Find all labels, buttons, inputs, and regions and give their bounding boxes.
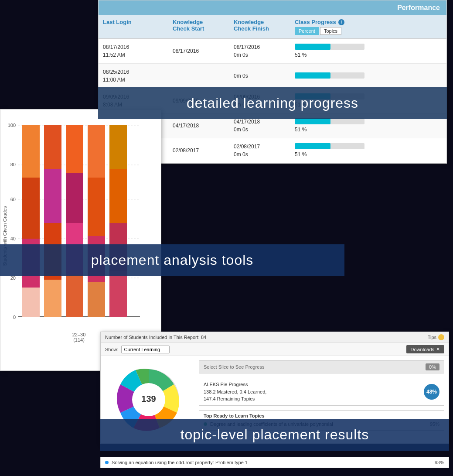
card3-bottom-row: Solving an equation using the odd-root p… [100,457,449,468]
card1-col-headers: Last Login KnowledgeCheck Start Knowledg… [99,15,446,39]
aleks-text: ALEKS Pie Progress 138.2 Mastered, 0.4 L… [204,381,266,403]
svg-text:40: 40 [10,236,16,241]
cell-check-finish: 0m 0s [234,72,295,80]
cell-check-start: 02/08/2017 [173,147,234,154]
tips-button[interactable]: Tips [428,334,444,340]
svg-text:(114): (114) [73,337,85,342]
info-icon[interactable]: i [338,19,344,25]
aleks-pct-badge: 48% [424,384,439,400]
downloads-button[interactable]: Downloads ✕ [406,345,444,353]
list-item: Solving an equation using the odd-root p… [105,459,444,466]
tips-text: Tips [428,335,436,340]
banner2-text: placement analysis tools [91,252,254,268]
bulb-icon [438,334,444,340]
cell-login: 08/17/201611:52 AM [103,43,173,59]
svg-rect-15 [22,125,40,178]
banner-topic-placement: topic-level placement results [100,419,449,451]
aleks-title: ALEKS Pie Progress [204,381,266,388]
show-label: Show: [105,347,119,352]
cell-progress: 51 % [295,143,442,158]
toggle-topics-button[interactable]: Topics [320,27,341,35]
svg-rect-19 [44,125,61,169]
banner1-text: detailed learning progress [187,95,358,111]
cell-login: 08/25/201611:00 AM [103,68,173,84]
svg-rect-27 [88,125,105,178]
cell-progress: 51 % [295,118,442,134]
student-count-label: Number of Students Included in This Repo… [105,335,206,340]
cell-check-start: 04/17/2018 [173,122,234,130]
banner-placement-analysis: placement analysis tools [0,244,344,276]
cell-check-finish: 02/08/20170m 0s [234,143,295,158]
svg-rect-23 [66,125,83,173]
svg-text:22–30: 22–30 [72,332,86,337]
cell-progress [295,72,442,80]
svg-rect-24 [88,282,105,317]
aleks-mastered: 138.2 Mastered, 0.4 Learned, [204,388,266,396]
svg-text:0: 0 [13,315,16,320]
cell-check-start: 08/17/2016 [173,47,234,55]
topic-dot-2 [105,461,109,464]
show-select[interactable]: Current Learning [121,346,170,353]
svg-rect-14 [22,178,40,239]
card3-top-bar: Number of Students Included in This Repo… [101,332,449,343]
table-row: 08/17/201611:52 AM 08/17/2016 08/17/2016… [99,39,446,64]
svg-rect-18 [44,169,61,223]
col-header-check-start: KnowledgeCheck Start [173,19,234,35]
card1-header: Performance [99,0,446,15]
col-header-class-progress: Class Progress i Percent Topics [295,19,442,35]
toggle-percent-button[interactable]: Percent [295,27,319,35]
aleks-remaining: 147.4 Remaining Topics [204,395,266,403]
downloads-text: Downloads [411,347,434,352]
ready-topics-title: Top Ready to Learn Topics [204,413,439,418]
banner-learning-progress: detailed learning progress [98,87,447,119]
select-slice-text: Select Slice to See Progress [204,364,264,370]
svg-rect-31 [109,125,127,169]
card1-performance-title: Performance [397,4,440,11]
svg-text:60: 60 [10,197,16,202]
topic-pct-2: 93% [435,460,444,465]
downloads-icon: ✕ [436,346,440,352]
select-slice-box: Select Slice to See Progress 0% [199,360,444,373]
svg-rect-26 [88,178,105,236]
card3-second-bar: Show: Current Learning Downloads ✕ [101,343,449,356]
svg-rect-12 [22,288,40,317]
class-progress-text: Class Progress [295,19,336,25]
show-dropdown-area: Show: Current Learning [105,346,170,353]
cell-progress: 51 % [295,44,442,59]
cell-check-finish: 04/17/20180m 0s [234,118,295,134]
svg-text:100: 100 [8,123,16,128]
svg-rect-20 [66,275,83,317]
svg-text:139: 139 [141,394,156,404]
zero-pct-badge: 0% [426,363,439,370]
col-header-check-finish: KnowledgeCheck Finish [234,19,295,35]
svg-text:80: 80 [10,162,16,167]
bar-chart-svg: Students with Given Grades 100 80 60 40 … [0,110,149,363]
table-row: 08/25/201611:00 AM 0m 0s [99,64,446,89]
cell-check-finish: 08/17/20160m 0s [234,43,295,59]
svg-rect-16 [44,280,61,317]
svg-rect-30 [109,169,127,223]
svg-rect-28 [109,271,127,317]
banner3-text: topic-level placement results [181,427,369,442]
svg-rect-22 [66,173,83,223]
col-header-login: Last Login [103,19,173,35]
aleks-progress-box: ALEKS Pie Progress 138.2 Mastered, 0.4 L… [199,378,444,406]
topic-text-2: Solving an equation using the odd-root p… [105,460,248,465]
